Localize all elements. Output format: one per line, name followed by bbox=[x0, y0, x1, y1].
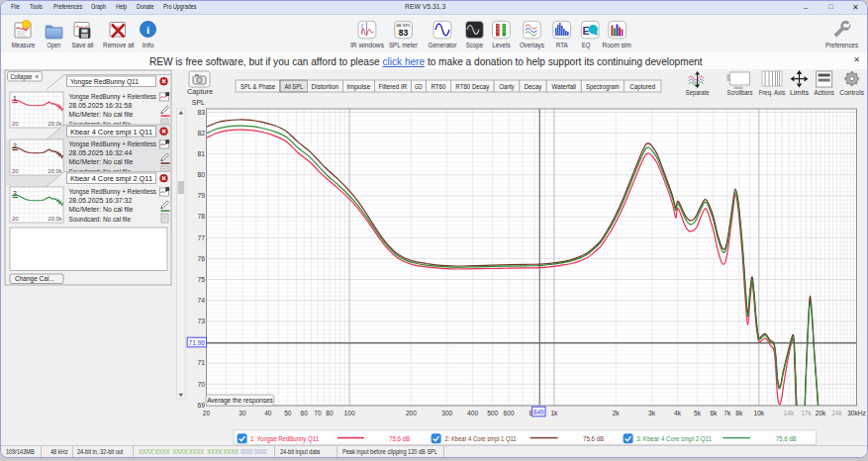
svg-text:5k: 5k bbox=[694, 410, 702, 416]
svg-text:60: 60 bbox=[301, 410, 309, 416]
svg-text:4k: 4k bbox=[674, 410, 682, 416]
svg-text:7k: 7k bbox=[723, 410, 731, 416]
svg-text:80: 80 bbox=[197, 171, 205, 178]
svg-text:8k: 8k bbox=[735, 410, 743, 416]
svg-text:81: 81 bbox=[197, 150, 205, 157]
svg-text:Average the responses: Average the responses bbox=[207, 397, 273, 405]
svg-text:300: 300 bbox=[441, 410, 452, 416]
svg-text:2k: 2k bbox=[613, 410, 621, 416]
svg-text:69: 69 bbox=[197, 402, 205, 409]
svg-text:74: 74 bbox=[197, 297, 205, 304]
svg-text:76: 76 bbox=[197, 255, 205, 262]
svg-text:20: 20 bbox=[203, 410, 211, 416]
svg-text:70: 70 bbox=[314, 410, 322, 416]
svg-text:71: 71 bbox=[197, 359, 205, 366]
svg-text:75,6 dB: 75,6 dB bbox=[776, 435, 797, 442]
svg-text:77: 77 bbox=[197, 234, 205, 241]
svg-text:6k: 6k bbox=[710, 410, 718, 416]
svg-text:30: 30 bbox=[239, 410, 246, 416]
svg-text:17k: 17k bbox=[801, 410, 812, 416]
svg-text:71,96: 71,96 bbox=[189, 339, 206, 346]
svg-text:3k: 3k bbox=[648, 410, 656, 416]
svg-text:500: 500 bbox=[487, 410, 498, 416]
svg-text:3: Kbear 4 Core smpl 2 Q11: 3: Kbear 4 Core smpl 2 Q11 bbox=[636, 435, 712, 443]
svg-text:73: 73 bbox=[197, 318, 205, 324]
svg-text:1k: 1k bbox=[550, 410, 558, 416]
svg-text:24k: 24k bbox=[831, 410, 842, 416]
svg-text:SPL: SPL bbox=[192, 99, 205, 106]
svg-text:200: 200 bbox=[406, 410, 417, 416]
svg-text:79: 79 bbox=[197, 192, 205, 199]
svg-text:75,6 dB: 75,6 dB bbox=[389, 435, 410, 442]
svg-text:40: 40 bbox=[264, 410, 272, 416]
svg-text:100: 100 bbox=[344, 410, 355, 416]
svg-text:75: 75 bbox=[197, 276, 205, 283]
svg-text:80: 80 bbox=[326, 410, 334, 416]
svg-text:400: 400 bbox=[467, 410, 478, 416]
svg-text:83: 83 bbox=[197, 109, 205, 116]
svg-text:82: 82 bbox=[197, 130, 205, 137]
svg-text:70: 70 bbox=[197, 381, 205, 388]
svg-text:10k: 10k bbox=[753, 410, 764, 416]
svg-text:1: Yongse RedBunny Q11: 1: Yongse RedBunny Q11 bbox=[250, 435, 319, 443]
svg-text:78: 78 bbox=[197, 213, 205, 220]
svg-text:75,6 dB: 75,6 dB bbox=[583, 435, 604, 442]
svg-text:849: 849 bbox=[533, 409, 544, 415]
svg-text:14k: 14k bbox=[784, 410, 795, 416]
svg-text:50: 50 bbox=[284, 410, 292, 416]
svg-text:600: 600 bbox=[504, 410, 515, 416]
svg-text:20k: 20k bbox=[816, 410, 826, 416]
svg-text:30kHz: 30kHz bbox=[847, 410, 866, 416]
svg-text:2: Kbear 4 Core smpl 1 Q11: 2: Kbear 4 Core smpl 1 Q11 bbox=[445, 435, 517, 443]
